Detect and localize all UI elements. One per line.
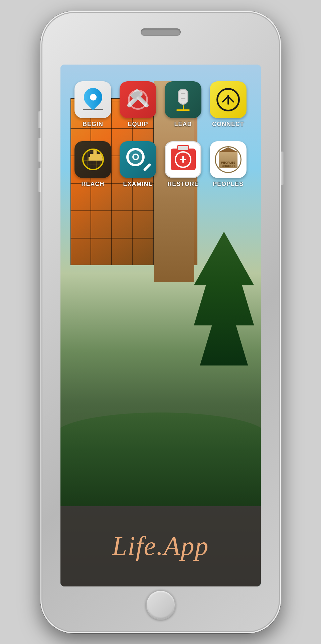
app-icons-section: BEGIN EQUIP	[60, 75, 261, 198]
app-begin-icon[interactable]	[74, 81, 111, 118]
globe-icon	[82, 149, 104, 170]
connect-tree-icon	[216, 88, 240, 111]
mute-button[interactable]	[38, 111, 40, 128]
power-button[interactable]	[281, 152, 284, 185]
home-button[interactable]	[146, 590, 176, 620]
app-equip-label: EQUIP	[128, 121, 148, 128]
mag-inner	[132, 154, 139, 160]
mag-circle	[126, 148, 145, 166]
restore-circle: +	[175, 151, 191, 168]
magnifier-icon	[126, 148, 150, 171]
volume-down-button[interactable]	[38, 168, 40, 192]
mic-body	[178, 89, 188, 105]
hand-icon	[89, 149, 104, 164]
app-restore-icon[interactable]: +	[165, 141, 201, 178]
location-pin-icon	[83, 88, 103, 111]
icons-row-1: BEGIN EQUIP	[70, 81, 251, 128]
app-peoples-icon[interactable]: PEOPLESCHURCH	[210, 141, 247, 178]
app-restore-wrapper[interactable]: + RESTORE	[163, 141, 203, 188]
app-lead-icon[interactable]	[165, 81, 201, 118]
phone-screen: BEGIN EQUIP	[60, 65, 261, 586]
pin-dot	[90, 94, 96, 100]
app-reach-label: REACH	[81, 181, 104, 188]
first-aid-kit-icon: +	[171, 149, 196, 170]
app-peoples-wrapper[interactable]: PEOPLESCHURCH PEOPLES	[208, 141, 248, 188]
icons-row-2: REACH EXAMINE	[70, 141, 251, 188]
app-connect-label: CONNECT	[212, 121, 244, 128]
connect-inner-shape	[221, 90, 235, 110]
app-title: Life.App	[112, 531, 209, 561]
bottom-title-bar: Life.App	[60, 506, 261, 586]
microphone-icon	[176, 89, 190, 111]
peoples-church-text: PEOPLESCHURCH	[221, 161, 235, 168]
peoples-building: PEOPLESCHURCH	[219, 151, 237, 168]
mic-stand	[183, 105, 184, 109]
app-restore-label: RESTORE	[167, 181, 199, 188]
app-peoples-label: PEOPLES	[213, 181, 244, 188]
connect-ring	[216, 88, 240, 111]
app-connect-icon[interactable]	[210, 81, 247, 118]
foliage	[60, 412, 261, 506]
phone-speaker	[141, 28, 181, 36]
pin-head	[80, 84, 106, 110]
app-reach-icon[interactable]	[74, 141, 111, 178]
peoples-logo: PEOPLESCHURCH	[215, 146, 242, 173]
cross-symbol: +	[179, 154, 186, 166]
tool-circle	[128, 90, 148, 110]
app-examine-label: EXAMINE	[123, 181, 153, 188]
volume-up-button[interactable]	[38, 138, 40, 162]
app-begin-wrapper[interactable]: BEGIN	[73, 81, 113, 128]
app-reach-wrapper[interactable]: REACH	[73, 141, 113, 188]
app-examine-wrapper[interactable]: EXAMINE	[118, 141, 158, 188]
tools-icon	[126, 88, 150, 111]
app-begin-label: BEGIN	[83, 121, 103, 128]
app-lead-wrapper[interactable]: LEAD	[163, 81, 203, 128]
app-lead-label: LEAD	[174, 121, 192, 128]
app-examine-icon[interactable]	[120, 141, 156, 178]
phone-frame: BEGIN EQUIP	[40, 11, 281, 633]
app-equip-icon[interactable]	[120, 81, 156, 118]
app-connect-wrapper[interactable]: CONNECT	[208, 81, 248, 128]
app-equip-wrapper[interactable]: EQUIP	[118, 81, 158, 128]
mag-handle	[143, 163, 151, 171]
mic-base	[176, 109, 190, 111]
